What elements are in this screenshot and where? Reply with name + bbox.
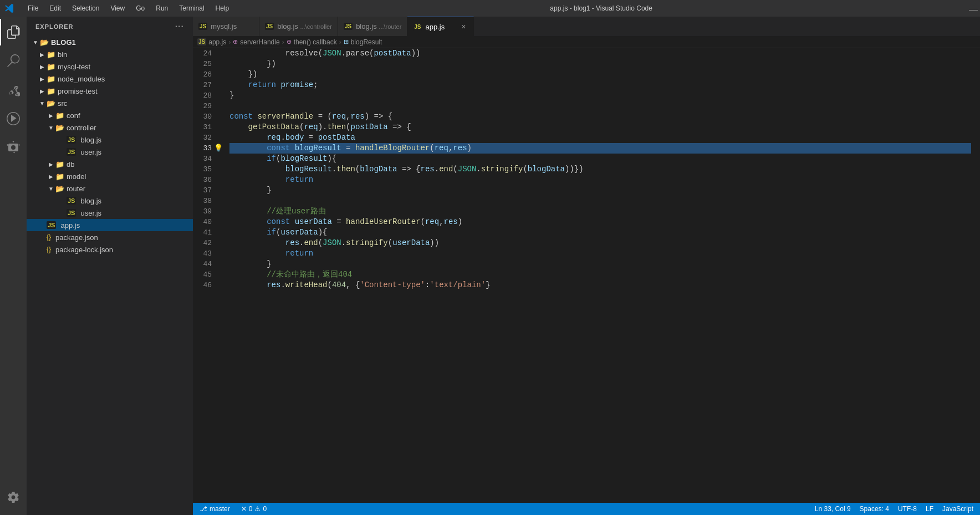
- line-num-42: 42: [193, 238, 216, 248]
- tree-item-ctrl-blog[interactable]: JS blog.js: [27, 134, 193, 146]
- code-line-31: getPostData(req).then(postData => {: [229, 122, 971, 132]
- code-span: promise: [280, 80, 313, 90]
- folder-closed-icon: 📁: [47, 50, 55, 59]
- spaces-status[interactable]: Spaces: 4: [858, 505, 891, 513]
- tab-js-icon-blog-router: JS: [344, 23, 353, 30]
- eol-status[interactable]: LF: [923, 505, 936, 513]
- tree-item-controller[interactable]: ▼ 📂 controller: [27, 121, 193, 134]
- errors-status[interactable]: ✕ 0 ⚠ 0: [239, 505, 269, 513]
- menu-go[interactable]: Go: [131, 3, 149, 13]
- files-icon: [7, 26, 21, 39]
- breadcrumb-sep-2: ›: [282, 38, 284, 46]
- line-num-25: 25: [193, 59, 216, 69]
- tree-arrow-conf: ▶: [47, 113, 55, 119]
- code-span: return: [285, 248, 313, 259]
- tree-item-router-blog[interactable]: JS blog.js: [27, 195, 193, 207]
- code-editor[interactable]: 24 25 26 27 28 29 30 31 32 33 34 35 36 3…: [193, 48, 980, 503]
- menu-file[interactable]: File: [23, 3, 43, 13]
- js-file-icon-router-blog: JS: [67, 197, 76, 205]
- window-title: app.js - blog1 - Visual Studio Code: [242, 4, 960, 12]
- warning-icon: ⚠: [254, 505, 261, 513]
- code-line-42: res.end(JSON.stringify(userData)): [229, 238, 971, 248]
- code-span: [229, 280, 267, 290]
- encoding-status[interactable]: UTF-8: [896, 505, 919, 513]
- tree-item-mysql-test[interactable]: ▶ 📁 mysql-test: [27, 60, 193, 73]
- tree-arrow-router: ▼: [47, 186, 55, 192]
- tree-item-src[interactable]: ▼ 📂 src: [27, 97, 193, 109]
- activity-extensions[interactable]: [0, 134, 27, 161]
- code-span: => {: [397, 164, 420, 175]
- tab-blog-controller[interactable]: JS blog.js ...\controller: [259, 17, 338, 36]
- tree-item-promise-test[interactable]: ▶ 📁 promise-test: [27, 85, 193, 97]
- code-span: .: [299, 238, 304, 248]
- tree-item-conf[interactable]: ▶ 📁 conf: [27, 109, 193, 121]
- code-span: (: [421, 217, 425, 227]
- code-line-24: resolve(JSON.parse(postData)): [229, 48, 971, 59]
- gutter-lightbulb-icon[interactable]: 💡: [214, 143, 223, 154]
- menu-run[interactable]: Run: [151, 3, 172, 13]
- code-span: handleBlogRouter: [355, 143, 430, 154]
- code-span: [229, 80, 248, 90]
- tree-item-ctrl-user[interactable]: JS user.js: [27, 146, 193, 158]
- code-span: }): [229, 69, 257, 80]
- code-line-25: }): [229, 59, 971, 69]
- menu-help[interactable]: Help: [211, 3, 234, 13]
- code-line-29: [229, 101, 971, 111]
- git-branch-status[interactable]: ⎇ master: [197, 505, 232, 513]
- code-span: const: [267, 217, 290, 227]
- tree-item-package-lock[interactable]: {} package-lock.json: [27, 243, 193, 256]
- code-span: if: [267, 154, 276, 164]
- tab-js-icon-blog-ctrl: JS: [265, 23, 274, 30]
- tree-item-blog1[interactable]: ▼ 📂 BLOG1: [27, 36, 193, 48]
- breadcrumb-server-handle-label: serverHandle: [240, 38, 279, 46]
- breadcrumb-fn-icon-2: ⊕: [287, 38, 292, 45]
- menu-view[interactable]: View: [106, 3, 129, 13]
- tab-app[interactable]: JS app.js ×: [407, 17, 474, 36]
- line-num-46: 46: [193, 280, 216, 290]
- menu-selection[interactable]: Selection: [68, 3, 104, 13]
- tree-label-ctrl-user: user.js: [80, 148, 101, 156]
- tree-item-package-json[interactable]: {} package.json: [27, 231, 193, 243]
- tree-item-router-user[interactable]: JS user.js: [27, 207, 193, 219]
- breadcrumb-server-handle: ⊕ serverHandle: [233, 38, 279, 46]
- tree-item-bin[interactable]: ▶ 📁 bin: [27, 48, 193, 60]
- minimize-button[interactable]: —: [969, 5, 976, 12]
- activity-explorer[interactable]: [0, 19, 27, 45]
- code-span: [229, 143, 267, 154]
- code-span: =: [332, 217, 346, 227]
- activity-settings[interactable]: [0, 484, 27, 511]
- code-span: blogResult: [285, 164, 332, 175]
- code-span: ): [458, 217, 462, 227]
- menu-bar: File Edit Selection View Go Run Terminal…: [23, 3, 233, 13]
- tree-item-node-modules[interactable]: ▶ 📁 node_modules: [27, 73, 193, 85]
- run-debug-icon: [7, 112, 20, 125]
- activity-run[interactable]: [0, 105, 27, 132]
- activity-source-control[interactable]: [0, 77, 27, 103]
- main-layout: EXPLORER ··· ▼ 📂 BLOG1 ▶ 📁 bin: [0, 17, 980, 515]
- code-span: 'text/plain': [430, 280, 486, 290]
- code-span: (: [346, 122, 350, 132]
- tab-blog-router[interactable]: JS blog.js ...\router: [338, 17, 407, 36]
- menu-terminal[interactable]: Terminal: [175, 3, 208, 13]
- code-line-32: req.body = postData: [229, 132, 971, 143]
- code-span: )): [430, 238, 439, 248]
- tree-item-router[interactable]: ▼ 📂 router: [27, 182, 193, 195]
- menu-edit[interactable]: Edit: [45, 3, 65, 13]
- window-controls: —: [969, 5, 976, 12]
- code-line-45: //未命中路由，返回404: [229, 269, 971, 280]
- sidebar-header-actions: ···: [175, 22, 184, 32]
- tab-close-button[interactable]: ×: [459, 22, 468, 31]
- tab-mysql[interactable]: JS mysql.js: [193, 17, 259, 36]
- tab-label-blog-ctrl: blog.js ...\controller: [277, 22, 332, 30]
- breadcrumb-sep-1: ›: [228, 38, 231, 46]
- more-actions-button[interactable]: ···: [175, 22, 184, 32]
- tree-item-db[interactable]: ▶ 📁 db: [27, 158, 193, 170]
- tree-item-app[interactable]: JS app.js: [27, 219, 193, 231]
- tree-label-conf: conf: [67, 111, 80, 120]
- code-line-27: return promise;: [229, 80, 971, 90]
- tree-label-mysql-test: mysql-test: [58, 63, 90, 71]
- activity-search[interactable]: [0, 48, 27, 74]
- language-status[interactable]: JavaScript: [940, 505, 976, 513]
- tree-item-model[interactable]: ▶ 📁 model: [27, 170, 193, 182]
- cursor-position-status[interactable]: Ln 33, Col 9: [813, 505, 853, 513]
